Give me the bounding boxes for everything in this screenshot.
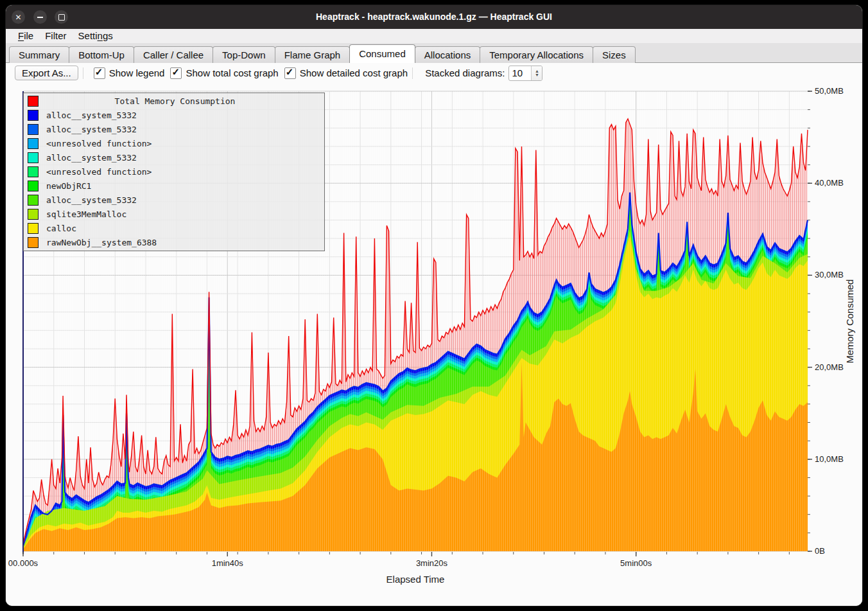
legend-item-label: calloc [46, 224, 76, 233]
y-axis-title: Memory Consumed [844, 279, 855, 364]
tab-consumed[interactable]: Consumed [349, 44, 415, 63]
menubar: File Filter Settings [6, 29, 862, 43]
consumed-chart-area: 00.000s1min40s3min20s5min00s0B10,0MB20,0… [6, 83, 862, 606]
legend-item-label: <unresolved function> [46, 167, 152, 177]
legend-swatch [28, 166, 39, 177]
checkbox-box[interactable] [94, 67, 105, 79]
x-tick-label: 3min20s [416, 558, 448, 568]
legend-swatch [28, 124, 39, 135]
toolbar-separator [83, 67, 83, 79]
legend-swatch [28, 237, 39, 248]
export-as-button[interactable]: Export As... [15, 66, 78, 80]
y-tick-label: 10,0MB [815, 454, 844, 464]
menu-settings[interactable]: Settings [73, 29, 119, 43]
legend-swatch [28, 152, 39, 163]
legend-title-row: Total Memory Consumption [24, 94, 324, 109]
checkbox-label: Show detailed cost graph [300, 67, 408, 78]
legend-item-label: alloc__system_5332 [46, 111, 137, 120]
legend-item: sqlite3MemMalloc [24, 207, 324, 221]
stacked-diagrams-group: Stacked diagrams: 10 ▲ ▼ [425, 66, 542, 81]
y-tick-label: 20,0MB [815, 362, 844, 372]
legend-item: <unresolved function> [24, 165, 324, 179]
legend-title: Total Memory Consumption [39, 96, 324, 106]
tab-temporary-allocations[interactable]: Temporary Allocations [480, 46, 593, 63]
menu-filter[interactable]: Filter [39, 29, 72, 43]
checkbox-show-detailed-cost-graph[interactable]: Show detailed cost graph [284, 67, 408, 79]
checkbox-group: Show legendShow total cost graphShow det… [88, 67, 408, 79]
legend-swatch [28, 110, 39, 121]
checkbox-show-legend[interactable]: Show legend [94, 67, 165, 79]
y-tick-label: 40,0MB [815, 178, 844, 188]
legend-item-label: sqlite3MemMalloc [46, 209, 126, 219]
y-tick-label: 30,0MB [815, 270, 844, 279]
legend-item-label: alloc__system_5332 [46, 195, 137, 205]
x-axis-title: Elapsed Time [386, 574, 445, 585]
tab-summary[interactable]: Summary [9, 46, 69, 63]
legend-item-label: newObjRC1 [46, 181, 91, 191]
window-title: Heaptrack - heaptrack.wakunode.1.gz — He… [6, 5, 862, 29]
titlebar[interactable]: ✕ Heaptrack - heaptrack.wakunode.1.gz — … [6, 5, 862, 29]
legend-swatch [28, 138, 39, 149]
y-tick-label: 50,0MB [815, 86, 844, 96]
checkbox-box[interactable] [284, 67, 296, 79]
tab-bar: SummaryBottom-UpCaller / CalleeTop-DownF… [6, 43, 862, 63]
legend-item: alloc__system_5332 [24, 151, 324, 165]
legend-swatch [28, 195, 39, 206]
stacked-diagrams-spinner[interactable]: 10 ▲ ▼ [508, 66, 542, 81]
tab-caller-callee[interactable]: Caller / Callee [134, 46, 213, 63]
y-tick-label: 0B [815, 546, 825, 556]
legend-item: <unresolved function> [24, 137, 324, 151]
legend-item-label: alloc__system_5332 [46, 153, 137, 163]
checkbox-box[interactable] [170, 67, 182, 79]
chart-legend: Total Memory Consumptionalloc__system_53… [23, 93, 325, 251]
x-tick-label: 1min40s [212, 558, 244, 568]
legend-item: alloc__system_5332 [24, 109, 324, 123]
tab-flame-graph[interactable]: Flame Graph [275, 46, 351, 63]
tab-sizes[interactable]: Sizes [593, 46, 636, 63]
stacked-diagrams-label: Stacked diagrams: [425, 67, 505, 78]
legend-item: alloc__system_5332 [24, 123, 324, 137]
toolbar: Export As... Show legendShow total cost … [6, 63, 862, 83]
spinner-arrows[interactable]: ▲ ▼ [531, 66, 542, 80]
tab-top-down[interactable]: Top-Down [213, 46, 275, 63]
app-window: ✕ Heaptrack - heaptrack.wakunode.1.gz — … [6, 5, 862, 606]
checkbox-label: Show legend [109, 67, 165, 78]
checkbox-label: Show total cost graph [186, 67, 278, 78]
legend-swatch [28, 209, 39, 220]
x-tick-label: 00.000s [8, 558, 39, 568]
x-tick-label: 5min00s [620, 558, 652, 568]
legend-item: rawNewObj__system_6388 [24, 235, 324, 249]
legend-item: calloc [24, 221, 324, 235]
legend-item: alloc__system_5332 [24, 193, 324, 207]
spin-down-icon[interactable]: ▼ [535, 73, 539, 77]
legend-item-label: alloc__system_5332 [46, 125, 137, 134]
legend-swatch [28, 181, 39, 191]
checkbox-show-total-cost-graph[interactable]: Show total cost graph [170, 67, 278, 79]
legend-item: newObjRC1 [24, 179, 324, 193]
tab-bottom-up[interactable]: Bottom-Up [69, 46, 134, 63]
legend-swatch [28, 223, 39, 234]
legend-item-label: <unresolved function> [46, 139, 152, 148]
toolbar-separator [412, 67, 413, 79]
legend-swatch [28, 96, 39, 107]
menu-file[interactable]: File [12, 29, 39, 43]
spinner-value[interactable]: 10 [509, 66, 531, 80]
tab-allocations[interactable]: Allocations [415, 46, 481, 63]
legend-item-label: rawNewObj__system_6388 [46, 238, 157, 247]
